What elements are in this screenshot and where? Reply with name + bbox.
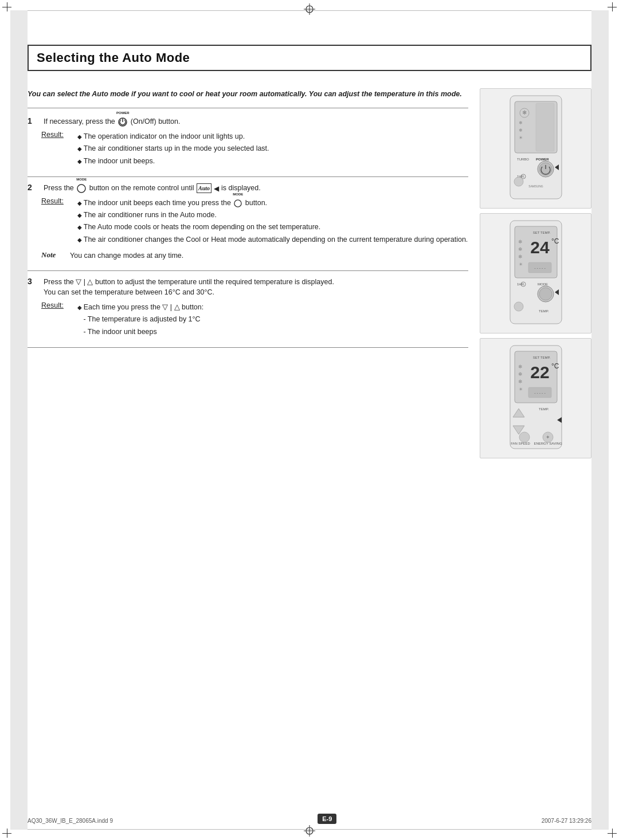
- step-1-result: Result: The operation indicator on the i…: [41, 131, 468, 167]
- svg-text:- - - - -: - - - - -: [534, 266, 546, 270]
- step-3-text: Press the ▽ | △ button to adjust the tem…: [44, 277, 468, 299]
- svg-text:❄: ❄: [518, 128, 522, 133]
- step-1-header: 1 If necessary, press the POWER (On/Off)…: [28, 116, 468, 127]
- intro-paragraph: You can select the Auto mode if you want…: [28, 88, 468, 108]
- svg-text:SET TEMP.: SET TEMP.: [532, 356, 550, 359]
- footer-filename: AQ30_36W_IB_E_28065A.indd 9: [28, 818, 113, 824]
- main-content: Selecting the Auto Mode You can select t…: [28, 16, 591, 824]
- svg-text:✦: ✦: [546, 434, 550, 440]
- title-box: Selecting the Auto Mode: [28, 45, 591, 71]
- step-2-result: Result: The indoor unit beeps each time …: [41, 197, 468, 246]
- svg-text:TEMP.: TEMP.: [539, 309, 549, 313]
- reg-mark-top-right: [608, 2, 617, 11]
- compass-mark-top: [304, 3, 315, 15]
- footer-timestamp: 2007-6-27 13:29:26: [542, 818, 591, 824]
- svg-text:°C: °C: [551, 237, 559, 245]
- result-item-2-4: The air conditioner changes the Cool or …: [77, 234, 468, 246]
- svg-text:❄: ❄: [518, 371, 523, 377]
- step-2-section: 2 Press the MODE button on the remote co…: [28, 183, 468, 271]
- device-panel-1: ❄ ❄ ❄ ☀ TURBO POWER: [480, 88, 591, 209]
- svg-point-9: [234, 200, 241, 207]
- svg-text:SAMSUNG: SAMSUNG: [528, 185, 543, 188]
- result-label-2: Result:: [41, 197, 73, 205]
- step-1-section: 1 If necessary, press the POWER (On/Off)…: [28, 116, 468, 177]
- svg-text:POWER: POWER: [536, 158, 549, 161]
- remote-svg-1: ❄ ❄ ❄ ☀ TURBO POWER: [504, 93, 567, 205]
- svg-point-8: [77, 185, 85, 193]
- reg-mark-bottom-right: [608, 829, 617, 838]
- svg-text:FAN SPEED: FAN SPEED: [511, 442, 530, 445]
- svg-text:❄: ❄: [518, 120, 522, 125]
- svg-text:☀: ☀: [518, 135, 522, 140]
- page-number-badge: E-9: [318, 814, 336, 824]
- step-1-result-items: The operation indicator on the indoor un…: [77, 131, 269, 167]
- svg-point-46: [514, 302, 523, 311]
- page-footer: AQ30_36W_IB_E_28065A.indd 9 E-9 2007-6-2…: [28, 814, 591, 824]
- two-column-layout: You can select the Auto mode if you want…: [28, 88, 591, 458]
- result-item-2-2: The air conditioner runs in the Auto mod…: [77, 209, 468, 221]
- svg-text:☀: ☀: [518, 262, 522, 267]
- step-3-section: 3 Press the ▽ | △ button to adjust the t…: [28, 277, 468, 348]
- compass-mark-bottom: [304, 825, 315, 837]
- svg-text:❄: ❄: [518, 239, 523, 245]
- step-2-header: 2 Press the MODE button on the remote co…: [28, 183, 468, 194]
- result-label-3: Result:: [41, 301, 73, 309]
- svg-point-43: [539, 288, 552, 300]
- step-3-result-items: Each time you press the ▽ | △ button: - …: [77, 301, 203, 338]
- remote-svg-3: SET TEMP. 22 °C ❄ ❄ ❄ ☀ - - - - - TEMP.: [504, 343, 567, 454]
- device-panel-3: SET TEMP. 22 °C ❄ ❄ ❄ ☀ - - - - - TEMP.: [480, 338, 591, 458]
- result-item-1-2: The air conditioner starts up in the mod…: [77, 143, 269, 155]
- device-images-column: ❄ ❄ ❄ ☀ TURBO POWER: [480, 88, 591, 458]
- svg-text:24: 24: [530, 238, 550, 257]
- result-label-1: Result:: [41, 131, 73, 139]
- result-item-1-1: The operation indicator on the indoor un…: [77, 131, 269, 143]
- result-item-3-1: Each time you press the ▽ | △ button: - …: [77, 301, 203, 338]
- svg-text:❄: ❄: [518, 246, 523, 252]
- remote-svg-2: SET TEMP. 24 °C ❄ ❄ ❄ ☀ - - - - - 1HR.: [504, 218, 567, 329]
- result-item-2-1: The indoor unit beeps each time you pres…: [77, 197, 468, 209]
- svg-point-27: [514, 177, 523, 186]
- step-1-number: 1: [28, 116, 41, 125]
- svg-text:❄: ❄: [518, 379, 523, 384]
- svg-text:MODE: MODE: [538, 282, 548, 286]
- result-item-2-3: The Auto mode cools or heats the room de…: [77, 221, 468, 233]
- step-1-text: If necessary, press the POWER (On/Off) b…: [44, 116, 468, 127]
- step-2-number: 2: [28, 183, 41, 192]
- instructions-column: You can select the Auto mode if you want…: [28, 88, 468, 458]
- device-panel-2: SET TEMP. 24 °C ❄ ❄ ❄ ☀ - - - - - 1HR.: [480, 213, 591, 333]
- svg-text:TURBO: TURBO: [517, 158, 529, 161]
- reg-mark-bottom-left: [2, 829, 11, 838]
- svg-text:°C: °C: [551, 362, 559, 370]
- result-item-1-3: The indoor unit beeps.: [77, 155, 269, 167]
- svg-text:❄: ❄: [518, 254, 523, 260]
- svg-text:TEMP.: TEMP.: [539, 407, 549, 411]
- svg-text:❄: ❄: [522, 109, 527, 116]
- note-text: You can change modes at any time.: [70, 250, 183, 261]
- svg-text:❄: ❄: [518, 364, 523, 370]
- left-sidebar-decoration: [10, 10, 28, 830]
- step-3-result: Result: Each time you press the ▽ | △ bu…: [41, 301, 468, 338]
- step-3-header: 3 Press the ▽ | △ button to adjust the t…: [28, 277, 468, 299]
- step-3-number: 3: [28, 277, 41, 286]
- svg-text:22: 22: [530, 363, 549, 382]
- step-2-text: Press the MODE button on the remote cont…: [44, 183, 468, 194]
- step-2-note: Note You can change modes at any time.: [41, 250, 468, 261]
- svg-text:☀: ☀: [518, 387, 522, 392]
- svg-text:- - - - -: - - - - -: [534, 391, 546, 395]
- note-label: Note: [41, 250, 66, 260]
- page-title: Selecting the Auto Mode: [37, 50, 582, 65]
- svg-point-64: [519, 432, 530, 442]
- step-2-result-items: The indoor unit beeps each time you pres…: [77, 197, 468, 246]
- right-sidebar-decoration: [591, 10, 609, 830]
- svg-text:SET TEMP.: SET TEMP.: [532, 231, 550, 234]
- svg-rect-17: [536, 103, 554, 151]
